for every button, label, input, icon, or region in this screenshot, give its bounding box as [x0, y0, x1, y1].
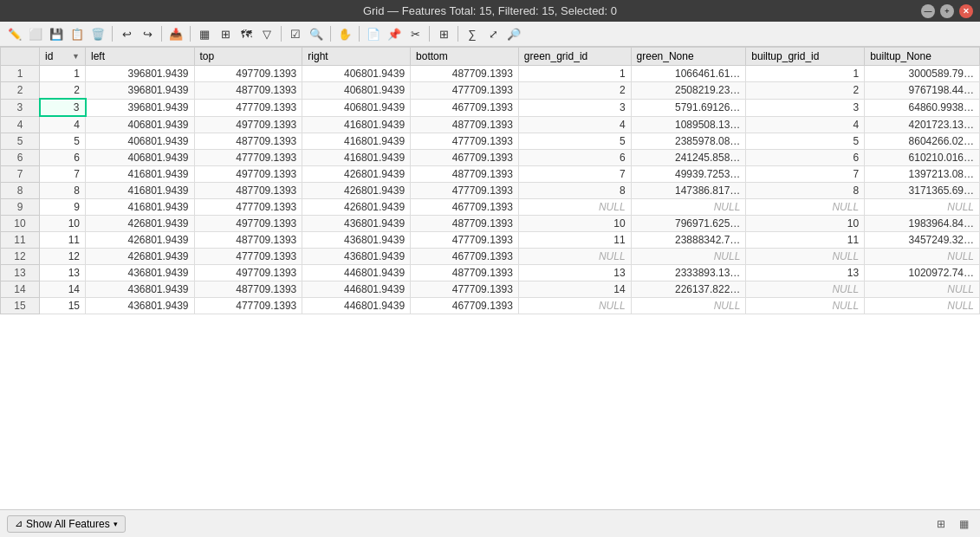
cell-left[interactable]: 416801.9439 [86, 166, 195, 183]
filter-icon[interactable]: ▽ [257, 24, 276, 43]
cell-builtup-none[interactable]: 8604266.02… [865, 133, 980, 150]
cell-bottom[interactable]: 467709.1393 [411, 150, 519, 166]
table-row[interactable]: 1212426801.9439477709.1393436801.9439467… [1, 249, 980, 265]
calc-icon[interactable]: ∑ [463, 24, 482, 43]
cell-builtup-grid-id[interactable]: 2 [746, 82, 865, 100]
table-container[interactable]: id ▼ left top right bottom green_grid_id… [0, 47, 980, 509]
col-header-green-grid-id[interactable]: green_grid_id [518, 48, 631, 66]
select-all-icon[interactable]: ☑ [286, 24, 305, 43]
cell-builtup-grid-id[interactable]: NULL [746, 298, 865, 314]
cell-top[interactable]: 477709.1393 [194, 199, 302, 216]
cell-builtup-none[interactable]: NULL [865, 281, 980, 298]
cell-top[interactable]: 487709.1393 [194, 82, 302, 100]
show-all-features-button[interactable]: ⊿ Show All Features ▾ [7, 515, 126, 533]
cell-green-grid-id[interactable]: 13 [518, 265, 631, 281]
cell-left[interactable]: 396801.9439 [86, 99, 195, 116]
cell-bottom[interactable]: 487709.1393 [411, 216, 519, 232]
cell-left[interactable]: 426801.9439 [86, 216, 195, 232]
cell-builtup-none[interactable]: 3457249.32… [865, 232, 980, 249]
cell-id[interactable]: 8 [40, 183, 86, 199]
table-row[interactable]: 66406801.9439477709.1393416801.943946770… [1, 150, 980, 166]
cell-bottom[interactable]: 487709.1393 [411, 116, 519, 133]
cell-id[interactable]: 14 [40, 281, 86, 298]
cell-top[interactable]: 497709.1393 [194, 116, 302, 133]
cell-left[interactable]: 436801.9439 [86, 298, 195, 314]
cell-bottom[interactable]: 477709.1393 [411, 183, 519, 199]
cell-green-grid-id[interactable]: 7 [518, 166, 631, 183]
cell-left[interactable]: 436801.9439 [86, 281, 195, 298]
save-icon[interactable]: 💾 [47, 24, 66, 43]
maximize-button[interactable]: + [940, 4, 954, 18]
cell-right[interactable]: 436801.9439 [302, 216, 411, 232]
cell-builtup-none[interactable]: 1020972.74… [865, 265, 980, 281]
cell-bottom[interactable]: 487709.1393 [411, 166, 519, 183]
cell-builtup-grid-id[interactable]: 6 [746, 150, 865, 166]
cell-left[interactable]: 436801.9439 [86, 265, 195, 281]
table-row[interactable]: 33396801.9439477709.1393406801.943946770… [1, 99, 980, 116]
cell-builtup-none[interactable]: 1397213.08… [865, 166, 980, 183]
cell-builtup-grid-id[interactable]: 8 [746, 183, 865, 199]
table-row[interactable]: 88416801.9439487709.1393426801.943947770… [1, 183, 980, 199]
cell-green-grid-id[interactable]: NULL [518, 298, 631, 314]
cell-left[interactable]: 406801.9439 [86, 150, 195, 166]
table-view-icon[interactable]: ▦ [195, 24, 214, 43]
cell-right[interactable]: 426801.9439 [302, 166, 411, 183]
cell-id[interactable]: 1 [40, 66, 86, 82]
cell-bottom[interactable]: 477709.1393 [411, 82, 519, 100]
cell-green-grid-id[interactable]: 3 [518, 99, 631, 116]
cell-builtup-grid-id[interactable]: 10 [746, 216, 865, 232]
map-view-icon[interactable]: 🗺 [237, 24, 256, 43]
cell-builtup-grid-id[interactable]: 7 [746, 166, 865, 183]
minimize-button[interactable]: — [921, 4, 935, 18]
cell-green-none[interactable]: 2385978.08… [631, 133, 746, 150]
cell-green-grid-id[interactable]: 4 [518, 116, 631, 133]
table-row[interactable]: 99416801.9439477709.1393426801.943946770… [1, 199, 980, 216]
cell-top[interactable]: 477709.1393 [194, 298, 302, 314]
grid-icon[interactable]: ⊞ [434, 24, 453, 43]
cell-right[interactable]: 436801.9439 [302, 232, 411, 249]
cell-id[interactable]: 4 [40, 116, 86, 133]
status-table-icon[interactable]: ▦ [954, 514, 973, 534]
table-row[interactable]: 1010426801.9439497709.1393436801.9439487… [1, 216, 980, 232]
cell-id[interactable]: 2 [40, 82, 86, 100]
cell-builtup-grid-id[interactable]: NULL [746, 281, 865, 298]
cell-green-grid-id[interactable]: 14 [518, 281, 631, 298]
cell-top[interactable]: 487709.1393 [194, 281, 302, 298]
cell-bottom[interactable]: 487709.1393 [411, 66, 519, 82]
col-header-id[interactable]: id ▼ [40, 48, 86, 66]
cell-top[interactable]: 497709.1393 [194, 66, 302, 82]
cell-id[interactable]: 12 [40, 249, 86, 265]
cell-right[interactable]: 426801.9439 [302, 199, 411, 216]
search-icon[interactable]: 🔎 [504, 24, 523, 43]
cell-right[interactable]: 446801.9439 [302, 281, 411, 298]
table-row[interactable]: 22396801.9439487709.1393406801.943947770… [1, 82, 980, 100]
cell-builtup-grid-id[interactable]: 5 [746, 133, 865, 150]
delete-icon[interactable]: 🗑️ [88, 24, 107, 43]
cell-green-none[interactable]: 1066461.61… [631, 66, 746, 82]
cell-right[interactable]: 436801.9439 [302, 249, 411, 265]
cell-green-grid-id[interactable]: 11 [518, 232, 631, 249]
cell-bottom[interactable]: 467709.1393 [411, 249, 519, 265]
cell-top[interactable]: 497709.1393 [194, 265, 302, 281]
cell-green-none[interactable]: 2333893.13… [631, 265, 746, 281]
cell-green-grid-id[interactable]: 8 [518, 183, 631, 199]
cell-top[interactable]: 497709.1393 [194, 216, 302, 232]
table-row[interactable]: 44406801.9439497709.1393416801.943948770… [1, 116, 980, 133]
status-grid-icon[interactable]: ⊞ [931, 514, 951, 534]
col-header-top[interactable]: top [194, 48, 302, 66]
col-header-builtup-none[interactable]: builtup_None [865, 48, 980, 66]
cell-builtup-none[interactable]: 9767198.44… [865, 82, 980, 100]
cell-right[interactable]: 406801.9439 [302, 66, 411, 82]
cell-top[interactable]: 477709.1393 [194, 249, 302, 265]
cell-right[interactable]: 416801.9439 [302, 150, 411, 166]
cell-builtup-none[interactable]: 3000589.79… [865, 66, 980, 82]
cell-green-none[interactable]: NULL [631, 298, 746, 314]
col-header-bottom[interactable]: bottom [411, 48, 519, 66]
cell-id[interactable]: 10 [40, 216, 86, 232]
import-icon[interactable]: 📥 [166, 24, 185, 43]
cell-builtup-none[interactable]: 64860.9938… [865, 99, 980, 116]
cell-builtup-none[interactable]: 1983964.84… [865, 216, 980, 232]
cell-right[interactable]: 416801.9439 [302, 133, 411, 150]
cell-bottom[interactable]: 487709.1393 [411, 265, 519, 281]
cell-bottom[interactable]: 467709.1393 [411, 99, 519, 116]
